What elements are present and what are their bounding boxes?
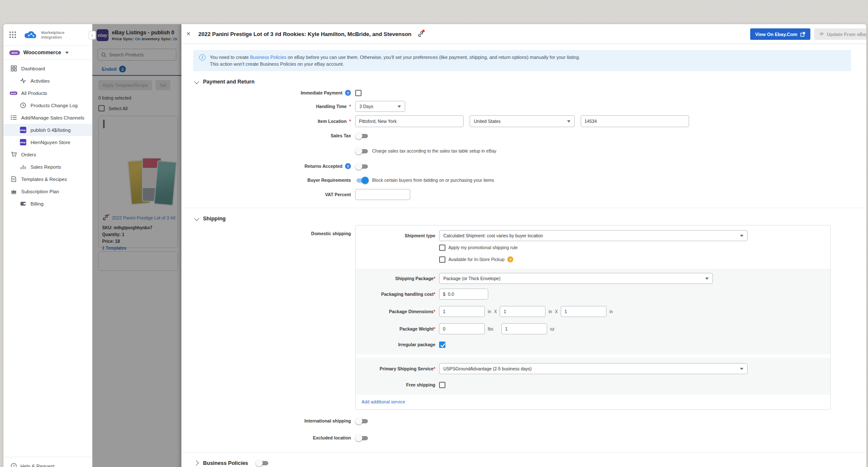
content-area: ebay eBay Listings - publish 0 Price Syn…	[92, 24, 866, 467]
sidebar-item-dashboard[interactable]: Dashboard	[3, 62, 92, 75]
update-from-ebay-button[interactable]: ⟳ Update From eBay	[814, 28, 866, 40]
help-circle-icon: ?	[10, 463, 17, 467]
app-window: Marketplace Integration ‹ woo Woocommerc…	[3, 24, 866, 467]
chevron-down-icon	[194, 215, 200, 221]
business-policies-header[interactable]: Business Policies	[194, 459, 851, 467]
sidebar-item-hiennguyen-store[interactable]: ebay HienNguyen Store	[3, 136, 92, 148]
chevron-right-icon	[193, 460, 199, 466]
sidebar-item-all-products[interactable]: woo All Products	[3, 87, 92, 99]
modal-overlay	[92, 24, 181, 467]
promo-rule-row: Apply my promotional shipping rule	[356, 242, 830, 253]
charge-tax-toggle[interactable]	[355, 147, 369, 155]
returns-accepted-toggle[interactable]	[355, 163, 369, 170]
info-banner: i You need to create Business Policies o…	[193, 50, 851, 71]
sidebar: Marketplace Integration ‹ woo Woocommerc…	[3, 24, 92, 467]
help-request[interactable]: ? Help & Request	[3, 457, 92, 467]
city-field[interactable]	[355, 115, 464, 127]
brand-name: Marketplace Integration	[41, 30, 64, 39]
woo-icon: woo	[9, 50, 20, 55]
sidebar-nav: Dashboard Activities woo All Products Pr…	[3, 60, 92, 457]
apps-grid-icon[interactable]	[9, 31, 16, 38]
sidebar-item-publish-listing[interactable]: ebay publish 0.4$/listing	[3, 124, 92, 136]
domestic-shipping-panel: Shipment type Calculated Shipment: cost …	[355, 225, 831, 410]
international-shipping-toggle[interactable]	[355, 417, 369, 425]
dimension-height-field[interactable]	[561, 306, 606, 317]
sidebar-item-products-change-log[interactable]: Products Change Log	[3, 99, 92, 111]
charge-tax-row: Charge sales tax according to the sales …	[193, 142, 851, 159]
activities-icon	[19, 78, 26, 84]
sales-tax-toggle[interactable]	[355, 132, 369, 139]
store-selector[interactable]: woo Woocommerce	[3, 45, 92, 60]
free-shipping-row: Free shipping	[356, 377, 830, 392]
free-shipping-checkbox[interactable]	[439, 382, 445, 388]
caret-down-icon	[705, 278, 709, 280]
business-policies-link[interactable]: Business Policies	[250, 55, 287, 60]
sidebar-collapse-button[interactable]: ‹	[89, 31, 96, 39]
package-details-band: Shipping Package* Package (or Thick Enve…	[356, 269, 830, 354]
sidebar-item-orders[interactable]: Orders	[3, 148, 92, 161]
immediate-payment-row: Immediate Payment?	[193, 86, 851, 99]
brand-logo: Marketplace Integration	[24, 30, 64, 39]
handling-time-select[interactable]: 3 Days	[355, 101, 405, 112]
history-icon	[19, 102, 26, 109]
sales-tax-row: Sales Tax	[193, 129, 851, 142]
shipping-section-header[interactable]: Shipping	[194, 216, 851, 222]
section-divider	[181, 208, 866, 208]
promo-rule-checkbox[interactable]	[439, 245, 445, 251]
weight-oz-field[interactable]	[501, 323, 547, 334]
vat-percent-field[interactable]	[355, 189, 410, 200]
sidebar-item-subscription-plan[interactable]: Subscription Plan	[3, 185, 92, 197]
buyer-requirements-toggle[interactable]	[355, 177, 369, 184]
help-icon[interactable]: ?	[345, 90, 351, 96]
caret-down-icon	[740, 368, 743, 370]
chevron-down-icon	[194, 78, 200, 84]
pickup-row: Available for In-Store Pickup ?	[356, 253, 830, 265]
sidebar-item-templates-recipes[interactable]: Templates & Recipes	[3, 173, 92, 185]
excluded-location-row: Excluded location	[193, 429, 851, 446]
ebay-icon: ebay	[19, 139, 26, 146]
chevron-down-icon	[65, 52, 69, 54]
primary-service-row: Primary Shipping Service* USPSGroundAdva…	[356, 360, 830, 377]
sidebar-item-billing[interactable]: Billing	[3, 197, 92, 210]
business-policies-toggle[interactable]	[256, 459, 269, 467]
country-select[interactable]: United States	[470, 115, 575, 127]
payment-section-header[interactable]: Payment and Return	[194, 79, 851, 85]
handling-cost-field[interactable]: $ 0.0	[439, 289, 488, 300]
sidebar-item-activities[interactable]: Activities	[3, 75, 92, 87]
irregular-package-row: Irregular package	[356, 337, 830, 352]
view-on-ebay-button[interactable]: View On Ebay.Com	[750, 28, 810, 40]
shipment-type-select[interactable]: Calculated Shipment: cost varies by buye…	[439, 230, 748, 241]
zip-field[interactable]	[581, 115, 689, 127]
dimension-length-field[interactable]	[439, 306, 485, 317]
primary-service-band: Primary Shipping Service* USPSGroundAdva…	[356, 358, 830, 395]
pickup-checkbox[interactable]	[439, 256, 445, 263]
cloud-logo-icon	[24, 30, 38, 39]
irregular-package-checkbox[interactable]	[439, 342, 445, 348]
bar-chart-icon	[19, 164, 26, 170]
handling-cost-row: Packaging handling cost* $ 0.0	[356, 286, 830, 303]
immediate-payment-checkbox[interactable]	[355, 90, 362, 96]
alert-dot	[422, 30, 425, 32]
help-icon[interactable]: ?	[507, 256, 513, 262]
sidebar-item-sales-channels[interactable]: Add/Manage Sales Channels	[3, 111, 92, 124]
help-icon[interactable]: ?	[345, 163, 351, 169]
ebay-link-icon[interactable]	[417, 31, 424, 37]
shipment-type-row: Shipment type Calculated Shipment: cost …	[356, 225, 830, 242]
excluded-location-toggle[interactable]	[355, 434, 369, 442]
sidebar-item-sales-reports[interactable]: Sales Reports	[3, 161, 92, 173]
weight-lbs-field[interactable]	[439, 323, 485, 334]
ebay-icon: ebay	[19, 127, 26, 133]
package-weight-row: Package Weight* lbs oz	[356, 320, 830, 337]
shipping-package-select[interactable]: Package (or Thick Envelope)	[439, 273, 713, 284]
refresh-icon: ⟳	[820, 31, 824, 37]
buyer-requirements-row: Buyer Requirements Block certain buyers …	[193, 173, 851, 187]
close-icon[interactable]: ×	[186, 30, 195, 38]
add-additional-service-link[interactable]: Add additional service	[356, 395, 830, 409]
primary-service-select[interactable]: USPSGroundAdvantage (2-5 business days)	[439, 363, 748, 374]
list-icon	[10, 114, 17, 121]
handling-time-row: Handling Time* 3 Days	[193, 99, 851, 114]
currency-symbol: $	[443, 292, 445, 297]
caret-down-icon	[398, 106, 401, 108]
shipping-package-row: Shipping Package* Package (or Thick Enve…	[356, 271, 830, 286]
dimension-width-field[interactable]	[500, 306, 545, 317]
